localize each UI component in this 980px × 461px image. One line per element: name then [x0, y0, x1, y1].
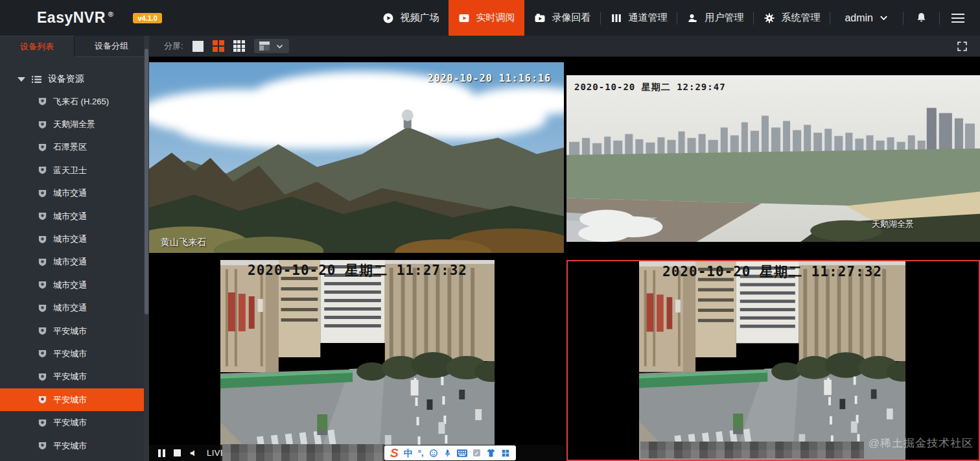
- video-pane-bottom-right[interactable]: 2020-10-20 星期二 11:27:32 @稀土掘金技术社区: [566, 260, 980, 461]
- video-pane-top-left[interactable]: 2020-10-20 11:16:16 黄山飞来石: [149, 57, 564, 257]
- device-shield-icon: [38, 97, 47, 106]
- username: admin: [845, 12, 873, 24]
- device-item[interactable]: 城市交通: [0, 205, 144, 228]
- tree-root-device-resources[interactable]: 设备资源: [0, 68, 149, 90]
- osd-camera-title: 天鹅湖全景: [872, 219, 914, 230]
- split-1-icon[interactable]: [192, 41, 204, 52]
- notifications-button[interactable]: [904, 0, 939, 36]
- nav-label: 通道管理: [628, 12, 667, 24]
- user-menu[interactable]: admin: [830, 0, 903, 36]
- device-shield-icon: [38, 165, 47, 175]
- split-4-icon[interactable]: [213, 40, 224, 52]
- live-video-icon: [458, 12, 470, 24]
- video-pane-bottom-left[interactable]: 2020-10-20 星期二 11:27:32 LIVE S 中 °,: [149, 260, 564, 461]
- device-shield-icon: [38, 326, 47, 336]
- fullscreen-icon: [956, 40, 968, 53]
- device-shield-icon: [38, 372, 47, 382]
- device-item[interactable]: 平安城市: [0, 434, 144, 457]
- tab-device-list[interactable]: 设备列表: [0, 36, 75, 57]
- device-shield-icon: [38, 211, 47, 221]
- caret-down-icon: [18, 77, 25, 82]
- device-shield-icon: [38, 257, 47, 267]
- hamburger-icon: [951, 14, 964, 15]
- split-9-icon[interactable]: [233, 40, 245, 52]
- device-shield-icon: [38, 143, 47, 152]
- video-frame-traffic: 2020-10-20 星期二 11:27:32: [639, 261, 905, 460]
- stop-button[interactable]: [174, 449, 181, 456]
- device-item[interactable]: 石潭景区: [0, 136, 144, 159]
- nav-label: 用户管理: [705, 12, 743, 24]
- sogou-ime-bar[interactable]: S 中 °,: [384, 445, 516, 460]
- app-name: EasyNVR: [37, 9, 106, 27]
- nav-label: 系统管理: [781, 12, 820, 24]
- scrollbar-thumb[interactable]: [145, 49, 148, 314]
- app-logo: EasyNVR®: [37, 9, 113, 27]
- nav-label: 录像回看: [552, 12, 590, 24]
- sogou-logo-icon[interactable]: S: [390, 447, 399, 459]
- device-item[interactable]: 天鹅湖全景: [0, 113, 144, 136]
- sidebar-scrollbar[interactable]: [144, 36, 149, 461]
- device-shield-icon: [38, 235, 47, 244]
- main-nav: 视频广场 实时调阅 录像回看 通道管理 用户管理: [373, 0, 980, 36]
- device-item[interactable]: 城市交通: [0, 297, 144, 320]
- pause-button[interactable]: [158, 449, 165, 457]
- handwriting-icon[interactable]: [472, 449, 481, 457]
- device-item[interactable]: 城市交通: [0, 228, 144, 250]
- video-frame-mountain: [149, 62, 564, 253]
- device-shield-icon: [38, 189, 47, 198]
- site-watermark: @稀土掘金技术社区: [869, 436, 974, 451]
- fullscreen-button[interactable]: [956, 40, 968, 55]
- osd-timestamp: 2020-10-20 11:16:16: [427, 73, 551, 84]
- device-item[interactable]: 蓝天卫士: [0, 159, 144, 182]
- tree-root-label: 设备资源: [48, 73, 84, 85]
- record-camera-icon: [534, 12, 546, 24]
- nav-item-live-view[interactable]: 实时调阅: [449, 0, 524, 36]
- microphone-icon[interactable]: [443, 449, 452, 458]
- nav-label: 实时调阅: [476, 12, 515, 24]
- menu-button[interactable]: [940, 14, 980, 23]
- device-item-selected[interactable]: 平安城市: [0, 388, 144, 411]
- custom-split-icon: [259, 41, 270, 51]
- device-item[interactable]: 飞来石 (H.265): [0, 90, 144, 113]
- volume-icon[interactable]: [189, 449, 198, 458]
- tab-device-groups[interactable]: 设备分组: [75, 36, 149, 56]
- device-item[interactable]: 平安城市: [0, 411, 144, 434]
- top-navbar: EasyNVR® v4.1.0 视频广场 实时调阅 录像回看 通道管理 用户管理: [0, 0, 980, 36]
- split-label: 分屏:: [164, 40, 183, 52]
- gear-icon: [764, 12, 775, 24]
- punctuation-icon[interactable]: °,: [418, 449, 424, 457]
- device-item[interactable]: 城市交通: [0, 182, 144, 205]
- osd-timestamp: 2020-10-20 星期二 11:27:32: [220, 261, 495, 279]
- device-item[interactable]: 平安城市: [0, 320, 144, 342]
- device-item[interactable]: 城市交通: [0, 274, 144, 296]
- osd-camera-title: 黄山飞来石: [161, 237, 206, 248]
- nav-item-playback[interactable]: 录像回看: [524, 0, 600, 36]
- device-item[interactable]: 平安城市: [0, 366, 144, 388]
- device-item[interactable]: 城市交通: [0, 251, 144, 274]
- video-grid: 2020-10-20 11:16:16 黄山飞来石: [149, 57, 980, 461]
- split-toolbar: 分屏:: [149, 36, 980, 57]
- device-shield-icon: [38, 418, 47, 428]
- chinese-mode-icon[interactable]: 中: [404, 449, 413, 458]
- bell-icon: [915, 12, 928, 24]
- osd-timestamp: 2020-10-20 星期二 12:29:47: [574, 82, 726, 93]
- nav-item-video-square[interactable]: 视频广场: [373, 0, 449, 36]
- trademark: ®: [108, 10, 114, 18]
- device-shield-icon: [38, 280, 47, 290]
- emoji-icon[interactable]: [429, 449, 438, 458]
- keyboard-icon[interactable]: [457, 449, 467, 457]
- toolbox-grid-icon[interactable]: [501, 449, 510, 458]
- nav-item-system[interactable]: 系统管理: [754, 0, 830, 36]
- user-icon: [687, 12, 699, 24]
- skin-icon[interactable]: [486, 449, 496, 457]
- nav-item-users[interactable]: 用户管理: [677, 0, 753, 36]
- sidebar-tabs: 设备列表 设备分组: [0, 36, 149, 57]
- device-item[interactable]: 平安城市: [0, 342, 144, 365]
- channel-bars-icon: [611, 12, 622, 24]
- split-custom-dropdown[interactable]: [254, 39, 289, 53]
- video-pane-top-right[interactable]: 2020-10-20 星期二 12:29:47 天鹅湖全景: [566, 57, 980, 257]
- osd-timestamp: 2020-10-20 星期二 11:27:32: [639, 263, 905, 281]
- list-icon: [31, 74, 42, 85]
- nav-item-channels[interactable]: 通道管理: [601, 0, 677, 36]
- blurred-watermark: [640, 442, 864, 458]
